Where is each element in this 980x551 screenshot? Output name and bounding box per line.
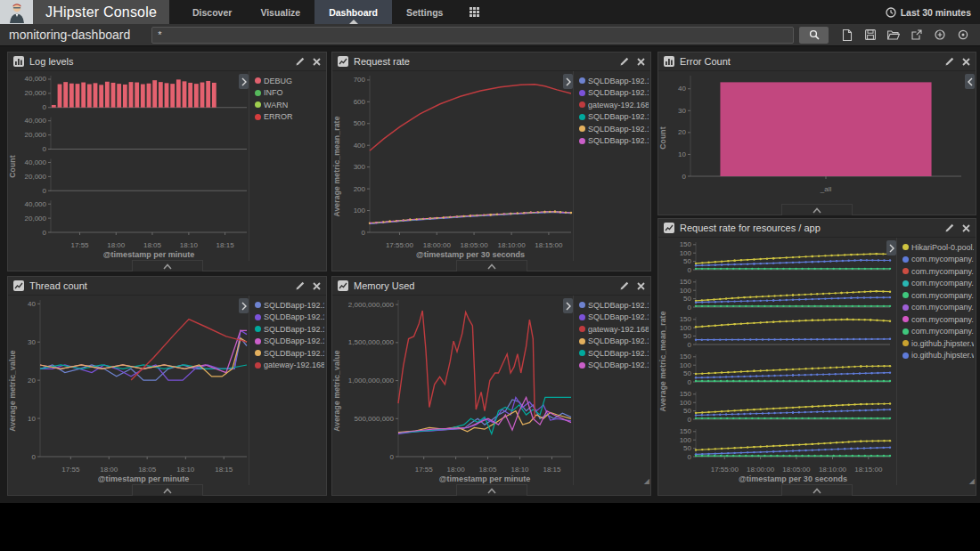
thread-count-chart[interactable]: 01020304017:5518:0018:0518:1018:15@times…	[10, 296, 252, 485]
share-dashboard-button[interactable]	[905, 27, 928, 44]
edit-panel-button[interactable]	[296, 57, 305, 66]
resize-handle[interactable]: ◢	[644, 478, 649, 485]
svg-text:17:55: 17:55	[61, 466, 80, 474]
svg-text:50: 50	[683, 295, 691, 303]
error-count-chart[interactable]: 010203040_all	[660, 71, 967, 205]
edit-panel-button[interactable]	[296, 281, 305, 290]
legend-toggle-button[interactable]	[965, 74, 975, 89]
legend-item[interactable]: SQLDBapp-192.168.4...	[255, 347, 324, 360]
app-switcher-button[interactable]	[457, 0, 492, 24]
legend-item[interactable]: DEBUG	[255, 75, 324, 87]
remove-panel-button[interactable]	[637, 282, 645, 290]
nav-item-visualize[interactable]: Visualize	[246, 0, 314, 24]
legend-item[interactable]: ERROR	[255, 111, 324, 124]
legend-item[interactable]: SQLDBapp-192.168.4...	[255, 336, 324, 348]
edit-panel-button[interactable]	[945, 223, 954, 232]
panel-header: Thread count	[8, 277, 326, 296]
remove-panel-button[interactable]	[637, 58, 645, 66]
legend-item[interactable]: com.mycompany.myap...	[902, 278, 974, 290]
nav-item-dashboard[interactable]: Dashboard	[314, 0, 392, 24]
collapse-panel-button[interactable]	[456, 260, 527, 271]
save-dashboard-button[interactable]	[859, 27, 882, 44]
legend-color-dot	[579, 138, 585, 144]
legend-item[interactable]: io.github.jhipster.web.r...	[902, 337, 974, 350]
legend-item[interactable]: gateway-192.168.43.8:...	[579, 323, 649, 336]
svg-text:100: 100	[680, 399, 692, 407]
legend-item[interactable]: SQLDBapp-192.168.4...	[579, 123, 649, 135]
legend-toggle-button[interactable]	[563, 74, 573, 89]
legend-color-dot	[255, 338, 261, 344]
legend-item[interactable]: WARN	[255, 99, 324, 111]
jhipster-logo[interactable]	[0, 0, 33, 24]
remove-panel-button[interactable]	[313, 58, 321, 66]
legend-item[interactable]: com.mycompany.myap...	[902, 254, 974, 266]
legend-item[interactable]: SQLDBapp-192.168.4...	[579, 299, 649, 312]
svg-text:@timestamp per minute: @timestamp per minute	[103, 250, 194, 259]
legend-item[interactable]: SQLDBapp-192.168.4...	[579, 75, 649, 87]
legend-item[interactable]: SQLDBapp-192.168.4...	[579, 347, 649, 360]
add-visualization-button[interactable]	[928, 27, 951, 44]
legend-item[interactable]: com.mycompany.myap...	[902, 265, 974, 278]
nav-item-discover[interactable]: Discover	[178, 0, 246, 24]
legend-item[interactable]: SQLDBapp-192.168.4...	[579, 111, 649, 124]
panel-header: Memory Used	[332, 277, 650, 296]
search-button[interactable]	[799, 27, 829, 44]
edit-panel-button[interactable]	[620, 281, 629, 290]
legend-item[interactable]: SQLDBapp-192.168.4...	[579, 360, 649, 372]
legend-toggle-button[interactable]	[563, 298, 573, 313]
edit-panel-button[interactable]	[620, 57, 629, 66]
timepicker-button[interactable]: Last 30 minutes	[886, 0, 980, 24]
legend-item[interactable]: SQLDBapp-192.168.4...	[255, 312, 324, 324]
legend-label: SQLDBapp-192.168.4...	[264, 325, 324, 334]
open-dashboard-button[interactable]	[882, 27, 905, 44]
remove-panel-button[interactable]	[313, 282, 321, 290]
svg-text:20,000: 20,000	[25, 89, 47, 97]
legend-toggle-button[interactable]	[239, 74, 249, 89]
legend-item[interactable]: SQLDBapp-192.168.4...	[255, 299, 324, 312]
legend-label: gateway-192.168.43.8:...	[588, 325, 649, 334]
query-input[interactable]	[151, 27, 794, 44]
legend-item[interactable]: gateway-192.168.43.8:...	[579, 99, 649, 111]
legend-item[interactable]: SQLDBapp-192.168.4...	[255, 323, 324, 336]
legend-toggle-button[interactable]	[886, 240, 896, 255]
new-dashboard-button[interactable]	[836, 27, 859, 44]
options-button[interactable]	[951, 27, 975, 44]
legend-label: gateway-192.168.43.8:...	[588, 101, 649, 109]
legend-item[interactable]: gateway-192.168.43.8:...	[255, 360, 324, 372]
close-icon	[962, 58, 970, 66]
svg-text:18:00: 18:00	[107, 241, 126, 249]
legend-item[interactable]: SQLDBapp-192.168.4...	[579, 87, 649, 100]
legend-color-dot	[902, 340, 909, 346]
legend-item[interactable]: INFO	[255, 87, 324, 100]
legend-label: SQLDBapp-192.168.4...	[588, 125, 649, 134]
remove-panel-button[interactable]	[962, 58, 970, 66]
collapse-panel-button[interactable]	[781, 484, 853, 496]
request-rate-chart[interactable]: 010020030040050060070017:55:0018:00:0018…	[334, 71, 576, 261]
legend-item[interactable]: SQLDBapp-192.168.4...	[579, 336, 649, 348]
collapse-panel-button[interactable]	[781, 204, 853, 215]
collapse-panel-button[interactable]	[132, 260, 203, 271]
legend-color-dot	[902, 316, 909, 322]
legend-item[interactable]: io.github.jhipster.web.r...	[902, 350, 974, 362]
memory-used-chart[interactable]: 0500,000,0001,000,000,0001,500,000,0002,…	[334, 296, 576, 485]
edit-panel-button[interactable]	[945, 57, 954, 66]
legend-item[interactable]: com.mycompany.myap...	[902, 302, 974, 314]
log-levels-chart[interactable]: 020,00040,000020,00040,000020,00040,0000…	[10, 71, 252, 261]
svg-text:600: 600	[354, 98, 366, 106]
legend-item[interactable]: com.mycompany.myap...	[902, 326, 974, 338]
resize-handle[interactable]: ◢	[969, 478, 975, 485]
legend-toggle-button[interactable]	[239, 298, 249, 313]
legend-item[interactable]: SQLDBapp-192.168.4...	[579, 135, 649, 148]
collapse-panel-button[interactable]	[456, 484, 527, 496]
remove-panel-button[interactable]	[962, 224, 970, 232]
resources-rate-chart[interactable]: 0501001500501001500501001500501001500501…	[660, 238, 895, 485]
line-chart-icon	[664, 223, 674, 233]
svg-text:10: 10	[678, 150, 686, 158]
svg-text:20: 20	[28, 377, 36, 385]
nav-item-settings[interactable]: Settings	[392, 0, 457, 24]
legend-item[interactable]: com.mycompany.myap...	[902, 289, 974, 302]
legend-item[interactable]: SQLDBapp-192.168.4...	[579, 312, 649, 324]
legend-item[interactable]: HikariPool-0.pool.Wait	[902, 241, 974, 254]
collapse-panel-button[interactable]	[132, 484, 203, 496]
legend-item[interactable]: com.mycompany.myap...	[902, 313, 974, 326]
